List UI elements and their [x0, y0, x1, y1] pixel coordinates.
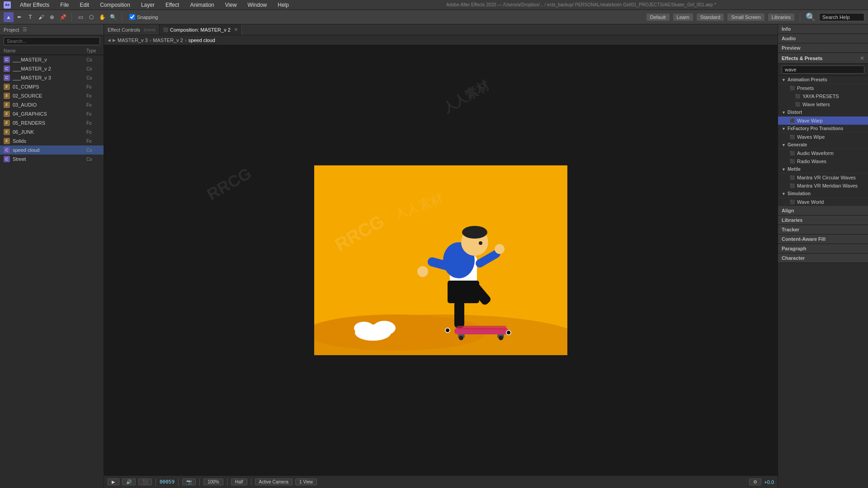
- content-aware-title[interactable]: Content-Aware Fill: [778, 235, 868, 244]
- effect-icon-3: ⬛: [794, 101, 801, 108]
- svg-rect-8: [454, 301, 464, 328]
- svg-point-13: [479, 241, 482, 245]
- content-aware-section: Content-Aware Fill: [778, 235, 868, 244]
- snapping-checkbox[interactable]: [129, 14, 135, 20]
- character-title[interactable]: Character: [778, 253, 868, 263]
- libraries-title[interactable]: Libraries: [778, 216, 868, 225]
- workspace-smallscreen[interactable]: Small Screen: [727, 14, 764, 21]
- project-item-3[interactable]: F01_COMPSFo: [0, 82, 104, 91]
- workspace-standard[interactable]: Standard: [697, 14, 724, 21]
- menu-animation[interactable]: Animation: [188, 1, 216, 9]
- audio-title[interactable]: Audio: [778, 34, 868, 43]
- effects-section-8[interactable]: ▼ Generate: [778, 141, 868, 149]
- viewer-audio-btn[interactable]: 🔊: [122, 479, 136, 485]
- viewer-views[interactable]: 1 View: [295, 479, 317, 485]
- project-item-name-9: Solids: [13, 138, 84, 144]
- menu-aftereffects[interactable]: After Effects: [18, 1, 51, 9]
- viewer-snap-btn[interactable]: 📷: [182, 479, 196, 485]
- effects-item-10[interactable]: ⬛Radio Waves: [778, 157, 868, 165]
- paragraph-title[interactable]: Paragraph: [778, 244, 868, 253]
- project-item-7[interactable]: F05_RENDERSFo: [0, 118, 104, 127]
- viewer-settings-btn[interactable]: ⚙: [749, 479, 761, 485]
- info-title[interactable]: Info: [778, 24, 868, 33]
- effects-item-13[interactable]: ⬛Mantra VR Meridian Waves: [778, 182, 868, 190]
- text-tool[interactable]: T: [25, 12, 35, 22]
- project-panel-menu[interactable]: ☰: [23, 27, 27, 33]
- effects-item-5[interactable]: ⬛Wave Warp: [778, 117, 868, 125]
- toolbar-sep-1: [71, 13, 72, 21]
- menu-file[interactable]: File: [58, 1, 71, 9]
- brush-tool[interactable]: 🖌: [36, 12, 46, 22]
- breadcrumb-item-2[interactable]: MASTER_v 2: [153, 38, 183, 43]
- effects-item-15[interactable]: ⬛Wave World: [778, 198, 868, 206]
- project-item-10[interactable]: Cspeed cloudCo: [0, 145, 104, 155]
- effects-item-12[interactable]: ⬛Mantra VR Circular Waves: [778, 174, 868, 182]
- effect-label-1: Presets: [797, 85, 814, 91]
- project-item-6[interactable]: F04_GRAPHICSFo: [0, 109, 104, 118]
- mask-tool[interactable]: ⬡: [86, 12, 96, 22]
- clone-tool[interactable]: ⊕: [47, 12, 57, 22]
- project-item-icon-3: F: [4, 84, 10, 90]
- menu-window[interactable]: Window: [246, 1, 269, 9]
- effects-presets-close[interactable]: ✕: [860, 55, 864, 61]
- effects-item-7[interactable]: ⬛Waves Wipe: [778, 133, 868, 141]
- tab-close-icon[interactable]: ✕: [234, 27, 238, 32]
- project-item-1[interactable]: C___MASTER_v 2Co: [0, 64, 104, 73]
- project-item-type-1: Co: [86, 66, 100, 71]
- effects-section-4[interactable]: ▼ Distort: [778, 108, 868, 117]
- main-layout: Project ☰ Name Type C___MASTER_vCoC___MA…: [0, 24, 868, 488]
- search-icon[interactable]: 🔍: [806, 12, 816, 22]
- workspace-default[interactable]: Default: [646, 14, 670, 21]
- viewer-zoom[interactable]: 100%: [203, 479, 223, 485]
- menu-help[interactable]: Help: [276, 1, 291, 9]
- preview-title[interactable]: Preview: [778, 43, 868, 52]
- viewer-camera[interactable]: Active Camera: [255, 479, 293, 485]
- tab-composition[interactable]: ⬛ Composition: MASTER_v 2 ✕: [160, 24, 242, 35]
- project-item-type-2: Co: [86, 75, 100, 80]
- help-search-input[interactable]: [819, 13, 864, 21]
- tab-effect-controls[interactable]: Effect Controls (none): [104, 24, 160, 35]
- viewer-quality[interactable]: Half: [231, 479, 247, 485]
- project-item-name-3: 01_COMPS: [13, 84, 84, 89]
- project-item-name-5: 03_AUDIO: [13, 102, 84, 108]
- project-item-4[interactable]: F02_SOURCEFo: [0, 91, 104, 100]
- svg-point-21: [459, 336, 463, 340]
- hand-tool[interactable]: ✋: [97, 12, 107, 22]
- effects-search-input[interactable]: [782, 66, 864, 74]
- breadcrumb-item-1[interactable]: MASTER_v 3: [118, 38, 148, 43]
- menu-edit[interactable]: Edit: [78, 1, 91, 9]
- project-item-0[interactable]: C___MASTER_vCo: [0, 55, 104, 64]
- project-item-5[interactable]: F03_AUDIOFo: [0, 100, 104, 109]
- effect-label-13: Mantra VR Meridian Waves: [797, 183, 858, 188]
- project-item-8[interactable]: F06_JUNKFo: [0, 127, 104, 136]
- effects-section-11[interactable]: ▼ Mettle: [778, 165, 868, 174]
- project-item-2[interactable]: C___MASTER_v 3Co: [0, 73, 104, 82]
- rectangle-tool[interactable]: ▭: [75, 12, 85, 22]
- menu-view[interactable]: View: [223, 1, 239, 9]
- viewer-preview-btn[interactable]: ▶: [108, 479, 119, 485]
- workspace-libraries[interactable]: Libraries: [768, 14, 794, 21]
- effects-section-14[interactable]: ▼ Simulation: [778, 190, 868, 198]
- project-search-input[interactable]: [4, 37, 100, 45]
- effects-item-3[interactable]: ⬛Wave letters: [778, 100, 868, 108]
- menu-effect[interactable]: Effect: [164, 1, 181, 9]
- effects-item-2[interactable]: ⬛YAYA PRESETS: [778, 92, 868, 100]
- effects-section-0[interactable]: ▼ Animation Presets: [778, 76, 868, 84]
- selection-tool[interactable]: ▲: [4, 12, 14, 22]
- project-item-11[interactable]: CStreetCo: [0, 155, 104, 164]
- effects-item-1[interactable]: ⬛Presets: [778, 84, 868, 92]
- puppet-tool[interactable]: 📌: [58, 12, 68, 22]
- align-title[interactable]: Align: [778, 206, 868, 215]
- effects-section-6[interactable]: ▼ FxFactory Pro Transitions: [778, 125, 868, 133]
- project-item-9[interactable]: FSolidsFo: [0, 136, 104, 145]
- section-arrow-0: ▼: [782, 78, 786, 82]
- project-item-icon-0: C: [4, 56, 10, 63]
- pen-tool[interactable]: ✒: [14, 12, 24, 22]
- zoom-tool[interactable]: 🔍: [108, 12, 118, 22]
- menu-layer[interactable]: Layer: [139, 1, 156, 9]
- menu-composition[interactable]: Composition: [98, 1, 132, 9]
- tracker-title[interactable]: Tracker: [778, 225, 868, 234]
- effects-item-9[interactable]: ⬛Audio Waveform: [778, 149, 868, 157]
- viewer-ram-btn[interactable]: ⬛: [138, 479, 152, 485]
- workspace-learn[interactable]: Learn: [673, 14, 693, 21]
